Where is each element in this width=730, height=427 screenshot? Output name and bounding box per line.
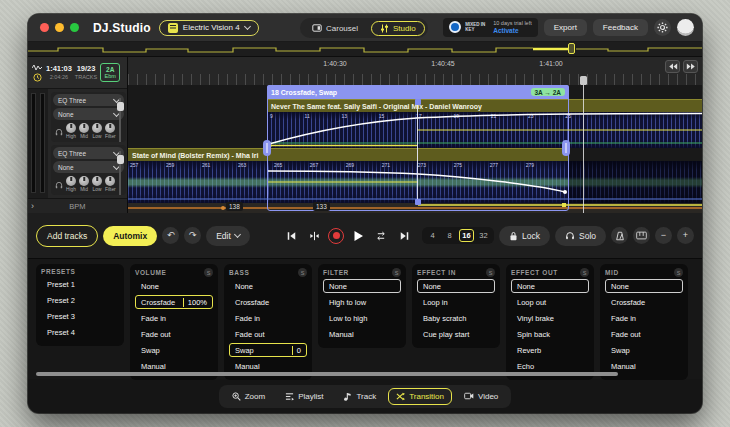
track-title-bar[interactable]: Never The Same feat. Sally Saifi - Origi…	[267, 99, 702, 112]
track-title-bar[interactable]: State of Mind (Bolster Remix) - Mha Iri	[128, 148, 568, 161]
time-ruler[interactable]: 1:40:30 1:40:45 1:41:00	[128, 57, 702, 86]
option-preset-1[interactable]: Preset 1	[41, 277, 119, 291]
option-none[interactable]: None	[135, 279, 213, 293]
playlist-selector[interactable]: Electric Vision 4	[159, 20, 259, 36]
zoom-out-button[interactable]: −	[655, 227, 672, 244]
tab-video[interactable]: Video	[456, 388, 506, 405]
beat-option-16[interactable]: 16	[459, 229, 474, 242]
option-none[interactable]: None	[511, 279, 589, 293]
option-fade-out[interactable]: Fade out	[229, 327, 307, 341]
option-manual[interactable]: Manual	[229, 359, 307, 373]
eq-mid-knob[interactable]	[79, 123, 89, 133]
option-baby-scratch[interactable]: Baby scratch	[417, 311, 495, 325]
record-button[interactable]	[328, 228, 344, 244]
option-fade-in[interactable]: Fade in	[605, 311, 683, 325]
carousel-mode-button[interactable]: Carousel	[303, 21, 367, 36]
option-none[interactable]: None	[323, 279, 401, 293]
eq-preset-select[interactable]: None	[53, 161, 124, 173]
eq-high-knob[interactable]	[66, 176, 76, 186]
option-fade-in[interactable]: Fade in	[135, 311, 213, 325]
activate-link[interactable]: Activate	[493, 27, 532, 35]
play-button[interactable]	[349, 227, 367, 245]
option-low-to-high[interactable]: Low to high	[323, 311, 401, 325]
option-value[interactable]: 0	[292, 346, 301, 355]
fast-forward-button[interactable]	[683, 60, 698, 73]
option-manual[interactable]: Manual	[135, 359, 213, 373]
mix-overview-strip[interactable]	[28, 42, 702, 57]
option-reverb[interactable]: Reverb	[511, 343, 589, 357]
eq-high-knob[interactable]	[66, 123, 76, 133]
rewind-button[interactable]	[665, 60, 680, 73]
option-cue-play-start[interactable]: Cue play start	[417, 327, 495, 341]
option-fade-in[interactable]: Fade in	[229, 311, 307, 325]
option-loop-in[interactable]: Loop in	[417, 295, 495, 309]
option-crossfade[interactable]: Crossfade	[605, 295, 683, 309]
option-high-to-low[interactable]: High to low	[323, 295, 401, 309]
minimize-window-button[interactable]	[55, 23, 64, 32]
option-vinyl-brake[interactable]: Vinyl brake	[511, 311, 589, 325]
beat-option-32[interactable]: 32	[476, 229, 491, 242]
option-crossfade[interactable]: Crossfade	[229, 295, 307, 309]
loop-button[interactable]	[372, 227, 390, 245]
metronome-button[interactable]	[611, 227, 628, 244]
eq-mid-knob[interactable]	[79, 176, 89, 186]
fader-handle[interactable]	[117, 155, 124, 164]
keyboard-shortcuts-button[interactable]	[633, 227, 650, 244]
option-swap[interactable]: Swap0	[229, 343, 307, 357]
settings-button[interactable]	[654, 19, 671, 36]
option-value[interactable]: 100%	[183, 298, 207, 307]
option-manual[interactable]: Manual	[605, 359, 683, 373]
crossfade-end-handle[interactable]	[562, 140, 570, 156]
zoom-window-button[interactable]	[70, 23, 79, 32]
tab-transition[interactable]: Transition	[388, 388, 452, 405]
playhead-handle[interactable]	[580, 76, 587, 85]
option-swap[interactable]: Swap	[605, 343, 683, 357]
option-fade-out[interactable]: Fade out	[605, 327, 683, 341]
eq-type-select[interactable]: EQ Three	[53, 147, 124, 159]
option-fade-out[interactable]: Fade out	[135, 327, 213, 341]
option-none[interactable]: None	[605, 279, 683, 293]
skip-to-start-button[interactable]	[282, 227, 300, 245]
split-button[interactable]	[305, 227, 323, 245]
tab-zoom[interactable]: Zoom	[224, 388, 273, 405]
overview-playhead-handle[interactable]	[568, 43, 575, 54]
volume-fader[interactable]	[116, 151, 125, 195]
studio-mode-button[interactable]: Studio	[371, 21, 425, 36]
option-none[interactable]: None	[229, 279, 307, 293]
option-preset-2[interactable]: Preset 2	[41, 293, 119, 307]
redo-button[interactable]: ↷	[184, 227, 201, 244]
eq-preset-select[interactable]: None	[53, 108, 124, 120]
solo-button[interactable]: Solo	[555, 226, 606, 246]
option-none[interactable]: None	[417, 279, 495, 293]
close-window-button[interactable]	[40, 23, 49, 32]
tab-playlist[interactable]: Playlist	[277, 388, 331, 405]
fader-handle[interactable]	[117, 102, 124, 111]
eq-type-select[interactable]: EQ Three	[53, 94, 124, 106]
automix-button[interactable]: Automix	[103, 226, 157, 246]
trial-badge[interactable]: MIXED IN KEY 10 days trial left Activate	[443, 18, 538, 36]
crossfade-start-handle[interactable]	[263, 140, 271, 156]
beat-option-8[interactable]: 8	[442, 229, 457, 242]
option-loop-out[interactable]: Loop out	[511, 295, 589, 309]
skip-to-end-button[interactable]	[395, 227, 413, 245]
beat-option-4[interactable]: 4	[425, 229, 440, 242]
eq-low-knob[interactable]	[92, 176, 102, 186]
option-preset-4[interactable]: Preset 4	[41, 325, 119, 339]
crossfade-header[interactable]: 18 Crossfade, Swap 3A → 2A	[267, 85, 569, 99]
zoom-in-button[interactable]: +	[677, 227, 694, 244]
edit-menu-button[interactable]: Edit	[206, 226, 250, 246]
eq-filter-knob[interactable]	[105, 123, 115, 133]
option-swap[interactable]: Swap	[135, 343, 213, 357]
eq-filter-knob[interactable]	[105, 176, 115, 186]
option-preset-3[interactable]: Preset 3	[41, 309, 119, 323]
tab-track[interactable]: Track	[335, 388, 384, 405]
option-spin-back[interactable]: Spin back	[511, 327, 589, 341]
option-crossfade[interactable]: Crossfade100%	[135, 295, 213, 309]
undo-button[interactable]: ↶	[162, 227, 179, 244]
add-tracks-button[interactable]: Add tracks	[36, 225, 98, 247]
feedback-button[interactable]: Feedback	[593, 19, 648, 36]
swap-point-marker[interactable]	[417, 99, 418, 205]
user-avatar[interactable]	[677, 19, 694, 36]
option-manual[interactable]: Manual	[323, 327, 401, 341]
option-echo[interactable]: Echo	[511, 359, 589, 373]
